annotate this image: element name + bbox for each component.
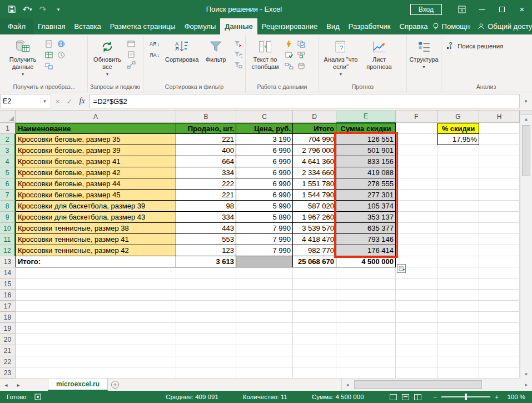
cell-H11[interactable] — [479, 234, 520, 245]
cell-F9[interactable] — [396, 212, 437, 223]
cell-F1[interactable] — [396, 123, 437, 134]
cell-H1[interactable] — [479, 123, 520, 134]
tab-help[interactable]: Справка — [395, 18, 432, 34]
cell-G20[interactable] — [437, 334, 479, 345]
cell-F15[interactable] — [396, 278, 437, 290]
row-header-16[interactable]: 16 — [0, 290, 16, 301]
from-text-csv-icon[interactable] — [44, 39, 54, 48]
cell-C6[interactable]: 6 990 — [236, 178, 293, 190]
cell-F23[interactable] — [396, 367, 437, 379]
cell-C20[interactable] — [236, 334, 293, 345]
row-header-2[interactable]: 2 — [0, 134, 16, 145]
tab-insert[interactable]: Вставка — [69, 18, 105, 34]
insert-function-button[interactable]: fx — [79, 97, 85, 106]
cell-A11[interactable]: Кроссовки теннисные, размер 41 — [16, 234, 176, 245]
cell-F22[interactable] — [396, 356, 437, 367]
cell-H16[interactable] — [479, 290, 520, 301]
cell-B10[interactable]: 443 — [176, 223, 236, 234]
name-box[interactable]: E2 ▾ — [0, 94, 51, 108]
text-to-columns-button[interactable]: Текст по столбцам — [248, 36, 282, 71]
cell-G18[interactable] — [437, 312, 479, 323]
cell-E21[interactable] — [336, 345, 396, 356]
save-button[interactable] — [4, 2, 19, 17]
cell-C18[interactable] — [236, 312, 293, 323]
cell-H5[interactable] — [479, 167, 520, 178]
cell-G11[interactable] — [437, 234, 479, 245]
cell-H9[interactable] — [479, 212, 520, 223]
zoom-in-button[interactable]: + — [495, 394, 499, 400]
cell-F6[interactable] — [396, 178, 437, 190]
cell-A10[interactable]: Кроссовки теннисные, размер 38 — [16, 223, 176, 234]
cell-G2[interactable]: 17,95% — [437, 134, 479, 145]
zoom-slider-thumb[interactable] — [465, 394, 467, 400]
cell-B20[interactable] — [176, 334, 236, 345]
cell-E15[interactable] — [336, 278, 396, 290]
cell-G9[interactable] — [437, 212, 479, 223]
redo-button[interactable]: ↷ — [36, 2, 50, 17]
cell-C2[interactable]: 3 190 — [236, 134, 293, 145]
cell-F8[interactable] — [396, 201, 437, 212]
cell-A2[interactable]: Кроссовки беговые, размер 35 — [16, 134, 176, 145]
cell-C23[interactable] — [236, 367, 293, 379]
cell-C8[interactable]: 5 990 — [236, 201, 293, 212]
cell-B16[interactable] — [176, 290, 236, 301]
col-header-C[interactable]: C — [236, 111, 293, 123]
cell-B21[interactable] — [176, 345, 236, 356]
cell-F21[interactable] — [396, 345, 437, 356]
cell-E17[interactable] — [336, 301, 396, 312]
tab-formulas[interactable]: Формулы — [180, 18, 221, 34]
cell-D22[interactable] — [293, 356, 336, 367]
cell-B17[interactable] — [176, 301, 236, 312]
cell-A12[interactable]: Кроссовки теннисные, размер 42 — [16, 245, 176, 256]
cell-G7[interactable] — [437, 190, 479, 201]
sort-descending-button[interactable]: ЯА↓ — [146, 51, 163, 59]
row-header-10[interactable]: 10 — [0, 223, 16, 234]
scroll-up-icon[interactable]: ▲ — [520, 115, 532, 123]
cell-D7[interactable]: 1 544 790 — [293, 190, 336, 201]
cancel-button[interactable]: × — [56, 97, 60, 106]
cell-H4[interactable] — [479, 156, 520, 167]
cell-G23[interactable] — [437, 367, 479, 379]
tab-page-layout[interactable]: Разметка страницы — [106, 18, 180, 34]
cell-E9[interactable]: 353 137 — [336, 212, 396, 223]
row-header-8[interactable]: 8 — [0, 201, 16, 212]
cell-G17[interactable] — [437, 301, 479, 312]
cell-H20[interactable] — [479, 334, 520, 345]
formula-bar-expand-icon[interactable]: ▾ — [520, 92, 532, 110]
properties-icon[interactable] — [126, 50, 136, 58]
remove-duplicates-icon[interactable] — [296, 39, 306, 48]
cell-D10[interactable]: 3 539 570 — [293, 223, 336, 234]
cell-A23[interactable] — [16, 367, 176, 379]
cell-G16[interactable] — [437, 290, 479, 301]
tell-me-button[interactable]: Помощн — [432, 22, 470, 31]
cell-H18[interactable] — [479, 312, 520, 323]
maximize-button[interactable] — [492, 0, 512, 18]
sort-ascending-button[interactable]: АЯ↓ — [146, 39, 163, 48]
cell-E20[interactable] — [336, 334, 396, 345]
cell-G22[interactable] — [437, 356, 479, 367]
cell-H15[interactable] — [479, 278, 520, 290]
sheet-nav-left-icon[interactable]: ◂ — [0, 379, 12, 391]
close-button[interactable]: × — [512, 0, 532, 18]
cell-A4[interactable]: Кроссовки беговые, размер 41 — [16, 156, 176, 167]
horizontal-scrollbar[interactable]: ◂ ▸ — [341, 379, 532, 391]
cell-F12[interactable] — [396, 245, 437, 256]
row-header-15[interactable]: 15 — [0, 278, 16, 290]
minimize-button[interactable]: ─ — [472, 0, 492, 18]
cell-G5[interactable] — [437, 167, 479, 178]
cell-H22[interactable] — [479, 356, 520, 367]
cell-H6[interactable] — [479, 178, 520, 190]
row-header-11[interactable]: 11 — [0, 234, 16, 245]
row-header-17[interactable]: 17 — [0, 301, 16, 312]
zoom-slider[interactable] — [441, 396, 490, 397]
col-header-E[interactable]: E — [336, 111, 396, 123]
cell-A6[interactable]: Кроссовки беговые, размер 44 — [16, 178, 176, 190]
cell-D6[interactable]: 1 551 780 — [293, 178, 336, 190]
page-layout-view-button[interactable] — [402, 394, 409, 400]
row-header-5[interactable]: 5 — [0, 167, 16, 178]
cell-B19[interactable] — [176, 323, 236, 334]
cell-G19[interactable] — [437, 323, 479, 334]
cell-F17[interactable] — [396, 301, 437, 312]
row-header-19[interactable]: 19 — [0, 323, 16, 334]
cell-D3[interactable]: 2 796 000 — [293, 145, 336, 156]
